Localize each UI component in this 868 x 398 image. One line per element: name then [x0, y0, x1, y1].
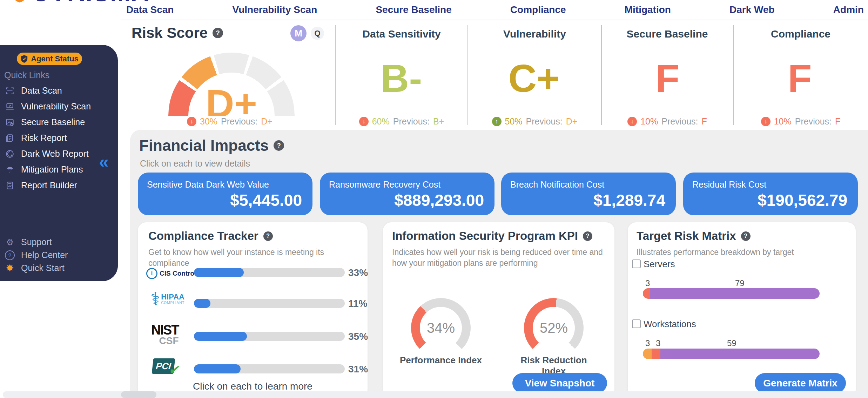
pci-percent: 31%	[348, 364, 368, 375]
delta-secure-baseline: ↓ 10% Previous: F	[602, 116, 733, 127]
servers-segment-purple	[650, 288, 820, 299]
nav-compliance[interactable]: Compliance	[510, 4, 566, 15]
risk-reduction-index-value: 52%	[524, 298, 584, 358]
matrix-header: Target Risk Matrix ?	[637, 229, 751, 243]
down-arrow-icon: ↓	[187, 117, 196, 126]
top-nav: Data Scan Vulnerability Scan Secure Base…	[126, 0, 864, 20]
laptop-shield-icon	[5, 102, 15, 111]
cis-progress-fill	[194, 268, 244, 277]
nav-secure-baseline[interactable]: Secure Baseline	[376, 4, 451, 15]
sidebar-collapse-button[interactable]: «	[99, 153, 109, 170]
sidebar-footer: ⚙ Support ? Help Center ✸ Quick Start	[0, 236, 118, 275]
workstations-segment-salmon	[652, 349, 660, 359]
scan-icon	[5, 86, 15, 95]
view-snapshot-button[interactable]: View Snapshot	[512, 373, 607, 393]
avatar-q[interactable]: Q	[311, 27, 324, 40]
kpi-help-icon[interactable]: ?	[583, 231, 592, 241]
down-arrow-icon: ↓	[761, 117, 771, 126]
up-arrow-icon: ↑	[492, 117, 502, 126]
hipaa-progress-track	[194, 299, 345, 308]
workstations-segment-orange	[643, 349, 652, 359]
nist-progress-track	[194, 332, 345, 341]
servers-label: Servers	[644, 259, 675, 270]
kpi-header: Information Security Program KPI ?	[392, 229, 592, 243]
workstations-segment-purple	[660, 349, 820, 359]
financial-impacts-help-icon[interactable]: ?	[274, 140, 284, 151]
previous-grade: F	[835, 116, 840, 127]
risk-delta: 30%	[200, 116, 217, 127]
previous-grade: D+	[566, 116, 578, 127]
sidebar-item-label: Quick Start	[21, 263, 65, 273]
sidebar-item-support[interactable]: ⚙ Support	[0, 236, 118, 249]
fin-card-label: Breach Notification Cost	[510, 180, 604, 190]
caduceus-icon: ⚕	[150, 290, 160, 308]
nav-data-scan[interactable]: Data Scan	[126, 4, 174, 15]
sidebar-item-vulnerability-scan[interactable]: Vulnerability Scan	[0, 99, 118, 114]
report-icon	[5, 134, 15, 143]
down-arrow-icon: ↓	[627, 117, 637, 126]
workstations-seg3-value: 59	[727, 338, 736, 348]
card-residual-risk[interactable]: Residual Risk Cost $190,562.79	[683, 173, 858, 215]
dashboard-page: CYRISMA Data Scan Vulnerability Scan Sec…	[0, 0, 868, 398]
delta-vulnerability: ↑ 50% Previous: D+	[468, 116, 601, 127]
sidebar-item-quick-start[interactable]: ✸ Quick Start	[0, 262, 118, 275]
nav-admin[interactable]: Admin	[833, 4, 864, 15]
quick-links-label: Quick Links	[4, 70, 49, 80]
card-breach-notification[interactable]: Breach Notification Cost $1,289.74	[501, 173, 676, 215]
gear-icon: ⚙	[5, 237, 15, 247]
nav-dark-web[interactable]: Dark Web	[729, 4, 775, 15]
sidebar-item-label: Help Center	[21, 250, 68, 260]
delta-value: 10%	[774, 116, 792, 127]
agent-status-button[interactable]: Agent Status	[17, 53, 82, 65]
umbrella-icon: ☂	[5, 165, 15, 175]
horizontal-scrollbar-thumb[interactable]	[121, 391, 156, 398]
grade-secure-baseline: F	[602, 59, 733, 98]
sidebar-item-secure-baseline[interactable]: Secure Baseline	[0, 114, 118, 130]
sidebar-item-label: Secure Baseline	[21, 117, 85, 127]
workstations-seg1-value: 3	[645, 338, 650, 348]
horizontal-scrollbar-track[interactable]	[3, 391, 868, 398]
workstations-seg2-value: 3	[656, 338, 660, 348]
nist-progress-fill	[194, 332, 247, 341]
sidebar-item-report-builder[interactable]: Report Builder	[0, 177, 118, 193]
compliance-tracker-help-icon[interactable]: ?	[263, 231, 273, 241]
pci-progress-track	[194, 364, 345, 373]
workstations-checkbox[interactable]	[632, 319, 641, 328]
pci-logo[interactable]: PCI ✔	[152, 358, 175, 374]
card-dark-web-value[interactable]: Sensitive Data Dark Web Value $5,445.00	[138, 173, 312, 215]
nav-vulnerability-scan[interactable]: Vulnerability Scan	[233, 4, 317, 15]
star-icon: ✸	[5, 262, 15, 274]
risk-score-header: Risk Score ?	[132, 25, 223, 41]
previous-label: Previous:	[795, 116, 832, 127]
col-title-compliance: Compliance	[734, 28, 867, 40]
compliance-tracker-subtitle: Get to know how well your instance is me…	[148, 247, 359, 269]
financial-impacts-title: Financial Impacts	[139, 137, 269, 154]
generate-matrix-button[interactable]: Generate Matrix	[755, 373, 846, 393]
card-ransomware-recovery[interactable]: Ransomware Recovery Cost $889,293.00	[320, 173, 494, 215]
matrix-help-icon[interactable]: ?	[741, 231, 751, 241]
avatar-m[interactable]: M	[290, 25, 307, 41]
kpi-subtitle: Indicates how well your risk is being re…	[392, 247, 610, 269]
compliance-tracker-title: Compliance Tracker	[148, 229, 258, 243]
fin-card-label: Sensitive Data Dark Web Value	[147, 180, 269, 190]
servers-checkbox[interactable]	[632, 259, 641, 268]
nav-mitigation[interactable]: Mitigation	[625, 4, 671, 15]
financial-impacts-subtitle: Click on each to view details	[140, 158, 250, 169]
servers-stacked-bar	[643, 288, 820, 299]
hipaa-percent: 11%	[348, 298, 368, 309]
nist-text: NIST	[151, 324, 179, 336]
performance-index-value: 34%	[411, 298, 471, 358]
sidebar-item-risk-report[interactable]: Risk Report	[0, 130, 118, 146]
risk-score-help-icon[interactable]: ?	[213, 28, 223, 38]
sidebar-quick-links: Data Scan Vulnerability Scan Secure Base…	[0, 83, 118, 193]
fin-card-value: $190,562.79	[758, 191, 847, 210]
previous-label: Previous:	[221, 116, 257, 127]
grade-vulnerability: C+	[468, 59, 600, 98]
hipaa-logo[interactable]: ⚕ HIPAA COMPLIANT	[150, 290, 184, 308]
sidebar-item-help-center[interactable]: ? Help Center	[0, 249, 118, 262]
sidebar: Agent Status Quick Links Data Scan Vulne…	[0, 45, 118, 281]
nist-csf-logo[interactable]: NIST CSF	[151, 324, 179, 346]
matrix-subtitle: Illustrates performance breakdown by tar…	[637, 247, 847, 258]
financial-impacts-panel: Financial Impacts ? Click on each to vie…	[130, 130, 868, 398]
sidebar-item-data-scan[interactable]: Data Scan	[0, 83, 118, 99]
